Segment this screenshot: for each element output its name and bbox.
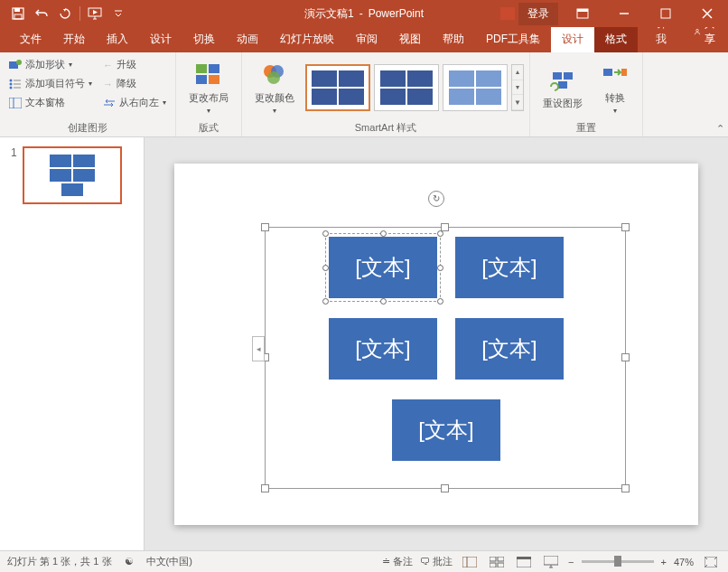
notes-button[interactable]: ≐ 备注 bbox=[382, 555, 413, 568]
resize-handle[interactable] bbox=[621, 353, 630, 361]
tab-review[interactable]: 审阅 bbox=[345, 26, 388, 52]
resize-handle[interactable] bbox=[621, 484, 630, 492]
change-layout-button[interactable]: 更改布局 ▾ bbox=[182, 56, 236, 119]
style-item-2[interactable] bbox=[374, 64, 439, 111]
svg-point-20 bbox=[10, 86, 13, 89]
tab-view[interactable]: 视图 bbox=[388, 26, 432, 52]
gallery-more-button[interactable]: ▴▾▼ bbox=[511, 64, 524, 111]
quick-access-toolbar bbox=[0, 3, 129, 24]
reset-graphic-button[interactable]: 重设图形 bbox=[536, 56, 590, 119]
svg-rect-44 bbox=[544, 556, 558, 565]
resize-handle[interactable] bbox=[261, 223, 269, 231]
svg-rect-35 bbox=[621, 69, 627, 76]
demote-button: →降级 bbox=[99, 75, 170, 92]
comments-button[interactable]: 🗨 批注 bbox=[420, 555, 453, 568]
reset-icon bbox=[548, 66, 577, 95]
change-colors-button[interactable]: 更改颜色 ▾ bbox=[247, 56, 302, 119]
svg-rect-24 bbox=[196, 64, 207, 73]
tab-insert[interactable]: 插入 bbox=[96, 26, 139, 52]
slideshow-start-button[interactable] bbox=[84, 3, 106, 24]
reading-view-button[interactable] bbox=[514, 554, 534, 570]
svg-rect-26 bbox=[196, 75, 207, 84]
fit-to-window-button[interactable] bbox=[701, 554, 721, 570]
svg-point-16 bbox=[10, 79, 13, 81]
colors-icon bbox=[260, 61, 289, 89]
workspace: 1 ↻ ◂ [文本 bbox=[0, 137, 728, 550]
svg-rect-7 bbox=[661, 9, 670, 18]
rotation-handle[interactable]: ↻ bbox=[428, 191, 444, 207]
tab-slideshow[interactable]: 幻灯片放映 bbox=[269, 26, 345, 52]
add-shape-button[interactable]: 添加形状▾ bbox=[5, 56, 96, 73]
tab-design[interactable]: 设计 bbox=[139, 26, 182, 52]
bullet-icon bbox=[9, 79, 22, 89]
tab-transitions[interactable]: 切换 bbox=[182, 26, 226, 52]
convert-button[interactable]: 转换 ▾ bbox=[593, 56, 637, 119]
slide-thumbnail-1[interactable] bbox=[23, 146, 122, 204]
style-item-1[interactable] bbox=[305, 64, 370, 111]
sorter-view-button[interactable] bbox=[487, 554, 507, 570]
svg-rect-40 bbox=[490, 563, 496, 567]
slide-counter[interactable]: 幻灯片 第 1 张，共 1 张 bbox=[7, 555, 112, 568]
ribbon: 添加形状▾ 添加项目符号▾ 文本窗格 ←升级 →降级 从右向左▾ 创建图形 更改… bbox=[0, 52, 728, 137]
slide-canvas[interactable]: ↻ ◂ [文本] [文本] [文本] [文本 bbox=[174, 164, 698, 525]
svg-rect-39 bbox=[498, 557, 504, 561]
zoom-out-button[interactable]: − bbox=[568, 557, 574, 567]
spell-check-icon[interactable]: ☯ bbox=[125, 556, 134, 567]
login-button[interactable]: 登录 bbox=[518, 3, 558, 25]
slide-thumbnails-panel[interactable]: 1 bbox=[0, 137, 145, 550]
zoom-in-button[interactable]: + bbox=[661, 557, 667, 567]
window-title: 演示文稿1 - PowerPoint bbox=[304, 6, 424, 22]
qat-customize-button[interactable] bbox=[107, 3, 129, 24]
ribbon-tabs: 文件 开始 插入 设计 切换 动画 幻灯片放映 审阅 视图 帮助 PDF工具集 … bbox=[0, 27, 728, 52]
share-icon bbox=[694, 26, 701, 37]
shape-selection[interactable] bbox=[325, 233, 441, 302]
text-pane-button[interactable]: 文本窗格 bbox=[5, 94, 96, 111]
text-pane-toggle[interactable]: ◂ bbox=[252, 336, 265, 361]
undo-button[interactable] bbox=[31, 3, 52, 24]
svg-rect-1 bbox=[14, 8, 20, 12]
ribbon-display-button[interactable] bbox=[562, 0, 603, 27]
smartart-shape[interactable]: [文本] bbox=[329, 318, 437, 380]
group-layouts: 更改布局 ▾ 版式 bbox=[176, 52, 242, 136]
svg-rect-32 bbox=[564, 72, 573, 80]
resize-handle[interactable] bbox=[441, 223, 449, 231]
resize-handle[interactable] bbox=[261, 484, 269, 492]
tab-pdf[interactable]: PDF工具集 bbox=[475, 26, 551, 52]
smartart-selection-frame[interactable]: ◂ [文本] [文本] [文本] [文本] [文本] bbox=[265, 227, 626, 489]
text-pane-icon bbox=[9, 98, 22, 108]
language-indicator[interactable]: 中文(中国) bbox=[146, 555, 192, 568]
maximize-button[interactable] bbox=[645, 0, 686, 27]
style-item-3[interactable] bbox=[443, 64, 508, 111]
tab-home[interactable]: 开始 bbox=[52, 26, 96, 52]
tab-file[interactable]: 文件 bbox=[9, 26, 52, 52]
normal-view-button[interactable] bbox=[460, 554, 480, 570]
zoom-level[interactable]: 47% bbox=[674, 557, 694, 567]
svg-point-13 bbox=[696, 29, 699, 32]
svg-rect-5 bbox=[577, 9, 588, 12]
svg-point-15 bbox=[16, 60, 22, 65]
tab-help[interactable]: 帮助 bbox=[432, 26, 475, 52]
rtl-button[interactable]: 从右向左▾ bbox=[99, 94, 170, 111]
smartart-shape[interactable]: [文本] bbox=[392, 399, 500, 461]
minimize-button[interactable] bbox=[603, 0, 645, 27]
tab-format[interactable]: 格式 bbox=[594, 26, 638, 52]
add-bullet-button[interactable]: 添加项目符号▾ bbox=[5, 75, 96, 92]
zoom-slider[interactable] bbox=[582, 560, 654, 563]
slideshow-view-button[interactable] bbox=[541, 554, 561, 570]
tab-animations[interactable]: 动画 bbox=[226, 26, 269, 52]
resize-handle[interactable] bbox=[441, 484, 449, 492]
convert-icon bbox=[601, 61, 630, 89]
group-reset: 重设图形 转换 ▾ 重置 bbox=[530, 52, 643, 136]
titlebar: 演示文稿1 - PowerPoint 登录 bbox=[0, 0, 728, 27]
slide-editor[interactable]: ↻ ◂ [文本] [文本] [文本] [文本 bbox=[145, 137, 728, 550]
redo-button[interactable] bbox=[54, 3, 76, 24]
add-shape-icon bbox=[9, 60, 22, 70]
collapse-ribbon-button[interactable]: ⌃ bbox=[716, 123, 724, 135]
resize-handle[interactable] bbox=[621, 223, 630, 231]
smartart-shape[interactable]: [文本] bbox=[455, 318, 564, 380]
tab-smartart-design[interactable]: 设计 bbox=[551, 26, 594, 52]
save-button[interactable] bbox=[7, 3, 29, 24]
close-button[interactable] bbox=[686, 0, 728, 27]
smartart-shape[interactable]: [文本] bbox=[455, 237, 564, 298]
rtl-icon bbox=[103, 98, 116, 108]
